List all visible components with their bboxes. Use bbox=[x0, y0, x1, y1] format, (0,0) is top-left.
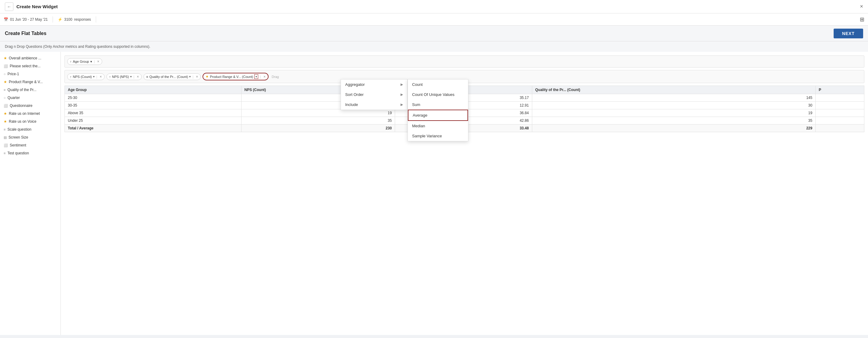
sub-item-average[interactable]: Average bbox=[408, 110, 468, 121]
chip-close-button[interactable]: × bbox=[196, 75, 198, 79]
col-chip-nps-count[interactable]: ↑ NPS (Count) ▾ | × bbox=[67, 74, 104, 80]
lines-icon: ≡ bbox=[146, 75, 148, 79]
right-panel: ↑ Age Group ▾ | × ↑ NPS (Count) ▾ | × ↑ … bbox=[61, 52, 868, 335]
next-button[interactable]: NEXT bbox=[834, 29, 863, 38]
cell-total-nps-count: 230 bbox=[241, 124, 395, 132]
date-range-filter[interactable]: 📅 01 Jun '20 - 27 May '21 bbox=[4, 17, 48, 22]
arrow-up-icon: ↑ bbox=[70, 75, 72, 79]
chip-sep: | bbox=[192, 75, 193, 79]
chip-close-button[interactable]: × bbox=[97, 59, 99, 64]
chip-dropdown-arrow[interactable]: ▾ bbox=[93, 75, 95, 78]
left-item-quality[interactable]: ≡ Quality of the Pr... bbox=[0, 86, 61, 94]
col-chip-nps-nps[interactable]: ↑ NPS (NPS) ▾ | × bbox=[106, 74, 142, 80]
lines-icon-3: ≡ bbox=[4, 151, 5, 155]
left-item-rate-voice[interactable]: ★ Rate us on Voice bbox=[0, 117, 61, 125]
chip-label: NPS (NPS) bbox=[112, 75, 129, 79]
left-item-test-question[interactable]: ≡ Test question bbox=[0, 149, 61, 157]
chip-label: Age Group bbox=[73, 60, 89, 63]
responses-count: 3100 bbox=[64, 17, 72, 22]
chip-close-button[interactable]: × bbox=[137, 75, 139, 79]
star-icon: ★ bbox=[4, 56, 7, 60]
left-item-quarter[interactable]: ○ Quarter bbox=[0, 94, 61, 102]
item-label: Questionnaire bbox=[10, 104, 33, 108]
top-bar-left: ← Create New Widget bbox=[5, 2, 58, 11]
cell-total-p bbox=[815, 124, 864, 132]
lines-icon: ≡ bbox=[4, 88, 5, 92]
chip-close-button[interactable]: × bbox=[100, 75, 102, 79]
left-item-please-select[interactable]: ⬜ Please select the... bbox=[0, 62, 61, 70]
cell-quality-count: 35 bbox=[532, 117, 815, 124]
chip-label: Product Range & V... (Count) bbox=[210, 75, 253, 79]
sub-item-label: Count Of Unique Values bbox=[412, 92, 454, 97]
responses-label: responses bbox=[74, 17, 91, 22]
left-item-questionnaire[interactable]: ⬜ Questionnaire bbox=[0, 102, 61, 110]
row-drop-area: ↑ Age Group ▾ | × bbox=[64, 55, 864, 67]
chip-dropdown-arrow[interactable]: ▾ bbox=[254, 74, 258, 79]
page-header: Create Flat Tables NEXT bbox=[0, 26, 868, 41]
sub-item-count-unique[interactable]: Count Of Unique Values bbox=[408, 89, 468, 100]
sub-item-label: Average bbox=[413, 113, 427, 117]
responses-filter[interactable]: ⚡ 3100 responses bbox=[58, 17, 91, 22]
chip-sep: | bbox=[94, 60, 95, 63]
left-item-rate-internet[interactable]: ★ Rate us on Internet bbox=[0, 110, 61, 117]
star-icon-4: ★ bbox=[4, 119, 7, 123]
col-chip-product-range[interactable]: ★ Product Range & V... (Count) ▾ | × bbox=[203, 73, 269, 80]
item-label: Sentiment bbox=[10, 143, 26, 147]
left-item-screen-size[interactable]: ▤ Screen Size bbox=[0, 133, 61, 141]
close-button[interactable]: × bbox=[860, 3, 863, 10]
left-item-price1[interactable]: ○ Price-1 bbox=[0, 70, 61, 78]
chip-close-button[interactable]: × bbox=[264, 75, 266, 79]
arrow-icon: ▶ bbox=[401, 83, 403, 86]
item-label: Overall ambience ... bbox=[9, 56, 41, 60]
ctx-item-label: Include bbox=[345, 102, 358, 107]
col-header-quality: Quality of the Pr... (Count) bbox=[532, 86, 815, 94]
cell-quality-count: 19 bbox=[532, 109, 815, 117]
left-item-sentiment[interactable]: ⬜ Sentiment bbox=[0, 141, 61, 149]
row-chip-age-group[interactable]: ↑ Age Group ▾ | × bbox=[67, 58, 102, 65]
sub-item-sample-variance[interactable]: Sample Variance bbox=[408, 131, 468, 141]
item-label: Please select the... bbox=[10, 64, 40, 68]
left-item-overall-ambience[interactable]: ★ Overall ambience ... bbox=[0, 54, 61, 62]
drag-label: Drag bbox=[270, 74, 280, 79]
sub-item-label: Sum bbox=[412, 102, 420, 107]
sub-item-sum[interactable]: Sum bbox=[408, 100, 468, 110]
ctx-item-sort-order[interactable]: Sort Order ▶ bbox=[341, 89, 407, 100]
cell-age-group: 30-35 bbox=[65, 102, 242, 109]
filter-bar: 📅 01 Jun '20 - 27 May '21 ⚡ 3100 respons… bbox=[0, 13, 868, 26]
cell-p bbox=[815, 117, 864, 124]
cell-total-quality: 229 bbox=[532, 124, 815, 132]
ctx-item-aggregator[interactable]: Aggregator ▶ bbox=[341, 80, 407, 89]
item-label: Price-1 bbox=[8, 72, 19, 76]
circle-icon-2: ○ bbox=[4, 96, 6, 100]
item-label: Rate us on Voice bbox=[9, 119, 36, 123]
sub-item-label: Sample Variance bbox=[412, 134, 442, 138]
sub-item-count[interactable]: Count bbox=[408, 80, 468, 89]
chip-dropdown-arrow[interactable]: ▾ bbox=[189, 75, 191, 78]
cell-p bbox=[815, 102, 864, 109]
item-label: Rate us on Internet bbox=[9, 111, 40, 116]
ctx-item-include[interactable]: Include ▶ bbox=[341, 100, 407, 110]
date-range-value: 01 Jun '20 - 27 May '21 bbox=[10, 17, 48, 22]
cell-quality-count: 145 bbox=[532, 94, 815, 102]
calendar-icon: 📅 bbox=[4, 17, 8, 22]
chip-dropdown-arrow[interactable]: ▾ bbox=[90, 60, 92, 64]
col-header-p: P bbox=[815, 86, 864, 94]
star-icon: ★ bbox=[4, 80, 7, 84]
back-button[interactable]: ← bbox=[5, 2, 13, 11]
chip-dropdown-arrow[interactable]: ▾ bbox=[130, 75, 132, 78]
sub-item-median[interactable]: Median bbox=[408, 121, 468, 131]
toggle-icon-3: ⬜ bbox=[4, 143, 8, 147]
col-chip-quality[interactable]: ≡ Quality of the Pr... (Count) ▾ | × bbox=[144, 74, 201, 80]
arrow-up-icon: ↑ bbox=[70, 60, 72, 63]
filter-right: ⊞ bbox=[860, 16, 864, 23]
arrow-icon: ▶ bbox=[401, 92, 403, 96]
chip-label: NPS (Count) bbox=[73, 75, 92, 79]
stack-icon[interactable]: ⊞ bbox=[860, 16, 864, 23]
left-item-product-range[interactable]: ★ Product Range & V... bbox=[0, 78, 61, 86]
filter-icon: ⚡ bbox=[58, 17, 62, 22]
instruction-text: Drag n Drop Questions (Only Anchor metri… bbox=[0, 41, 868, 52]
chip-sep: | bbox=[96, 75, 97, 79]
bars-icon: ▤ bbox=[4, 136, 7, 139]
item-label: Test question bbox=[7, 151, 29, 155]
left-item-scale-question[interactable]: ≡ Scale question bbox=[0, 125, 61, 133]
